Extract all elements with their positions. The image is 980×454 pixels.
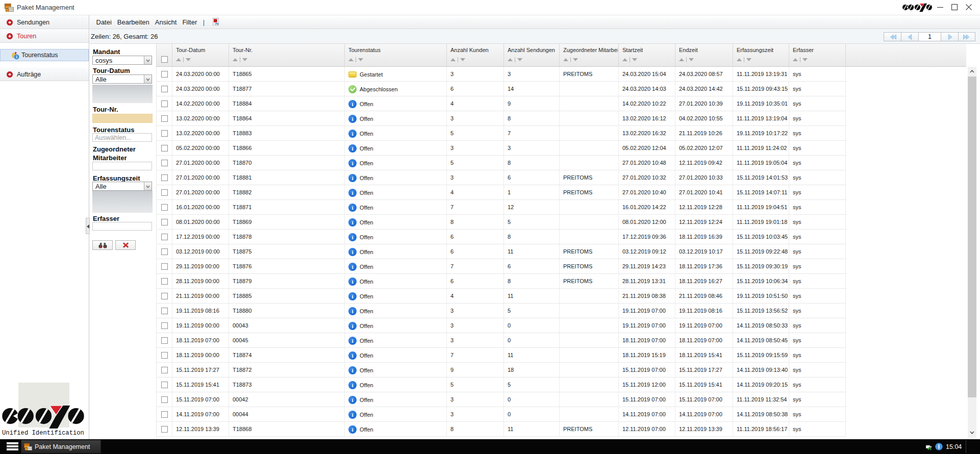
sort-control[interactable] — [793, 57, 808, 62]
erfasser-input[interactable] — [92, 222, 152, 231]
sort-asc-icon[interactable] — [508, 58, 513, 61]
row-checkbox[interactable] — [161, 293, 168, 299]
page-number-input[interactable]: 1 — [918, 32, 941, 41]
select-all-checkbox[interactable] — [161, 56, 168, 63]
table-row[interactable]: 28.11.2019 00:00 T18879 Offen 6 8 PREITO… — [157, 274, 846, 289]
tour-datum-select[interactable]: Alle — [92, 74, 152, 84]
sort-control[interactable] — [563, 57, 578, 62]
table-row[interactable]: 19.11.2019 08:16 T18880 Offen 3 5 19.11.… — [157, 304, 846, 318]
usb-remove-icon[interactable] — [925, 443, 933, 450]
sort-desc-icon[interactable] — [802, 58, 808, 61]
row-checkbox[interactable] — [161, 234, 168, 240]
minimize-button[interactable] — [936, 3, 944, 11]
row-checkbox[interactable] — [161, 352, 168, 359]
table-row[interactable]: 21.11.2019 00:00 T18885 Offen 4 11 21.11… — [157, 289, 846, 304]
sort-desc-icon[interactable] — [632, 58, 637, 61]
table-row[interactable]: 15.11.2019 07:00 00042 Offen 3 0 15.11.2… — [157, 392, 846, 407]
sort-desc-icon[interactable] — [573, 58, 578, 61]
table-row[interactable]: 27.01.2020 00:00 T18870 Offen 5 8 27.01.… — [157, 156, 846, 170]
next-page-button[interactable] — [941, 32, 958, 41]
row-checkbox[interactable] — [161, 322, 168, 329]
row-checkbox[interactable] — [161, 219, 168, 225]
row-checkbox[interactable] — [161, 248, 168, 255]
menu-bearbeiten[interactable]: Bearbeiten — [114, 18, 152, 26]
row-checkbox[interactable] — [161, 396, 168, 403]
sort-control[interactable] — [176, 57, 191, 62]
chevron-down-icon[interactable] — [144, 56, 152, 64]
sort-desc-icon[interactable] — [460, 58, 465, 61]
row-checkbox[interactable] — [161, 115, 168, 122]
exit-export-icon[interactable] — [212, 18, 220, 26]
column-header-4[interactable]: Anzahl Kunden — [447, 44, 504, 67]
sort-control[interactable] — [450, 57, 465, 62]
table-row[interactable]: 24.03.2020 00:00 T18865 Gestartet 3 3 PR… — [157, 67, 846, 82]
sort-asc-icon[interactable] — [679, 58, 684, 61]
chevron-down-icon[interactable] — [144, 75, 152, 83]
info-balloon-icon[interactable] — [935, 443, 943, 450]
row-checkbox[interactable] — [161, 71, 168, 78]
row-checkbox[interactable] — [161, 278, 168, 285]
row-checkbox[interactable] — [161, 174, 168, 181]
previous-page-button[interactable] — [901, 32, 918, 41]
sort-control[interactable] — [679, 57, 694, 62]
column-header-1[interactable]: Tour-Datum — [172, 44, 229, 67]
sort-asc-icon[interactable] — [793, 58, 798, 61]
sort-control[interactable] — [622, 57, 637, 62]
sort-desc-icon[interactable] — [242, 58, 247, 61]
row-checkbox[interactable] — [161, 337, 168, 344]
close-button[interactable] — [965, 3, 973, 11]
row-checkbox[interactable] — [161, 411, 168, 418]
column-header-10[interactable]: Erfasser — [789, 44, 846, 67]
table-row[interactable]: 12.11.2019 13:39 T18868 Offen 8 11 PREIT… — [157, 422, 846, 437]
column-header-8[interactable]: Endzeit — [675, 44, 733, 67]
table-row[interactable]: 14.02.2020 00:00 T18884 Offen 4 9 14.02.… — [157, 96, 846, 111]
sort-asc-icon[interactable] — [737, 58, 742, 61]
sort-control[interactable] — [737, 57, 751, 62]
row-checkbox[interactable] — [161, 130, 168, 137]
sort-asc-icon[interactable] — [450, 58, 456, 61]
panel-collapse-handle[interactable] — [86, 218, 90, 234]
sort-asc-icon[interactable] — [348, 58, 354, 61]
sort-asc-icon[interactable] — [622, 58, 627, 61]
row-checkbox[interactable] — [161, 367, 168, 373]
maximize-button[interactable] — [950, 3, 959, 11]
sort-control[interactable] — [348, 57, 363, 62]
row-checkbox[interactable] — [161, 189, 168, 196]
table-row[interactable]: 29.11.2019 00:00 T18876 Offen 7 6 PREITO… — [157, 259, 846, 274]
table-row[interactable]: 15.11.2019 15:41 T18873 Offen 5 5 15.11.… — [157, 377, 846, 392]
column-header-6[interactable]: Zugeordneter Mitarbeiter — [560, 44, 619, 67]
row-checkbox[interactable] — [161, 308, 168, 314]
column-header-5[interactable]: Anzahl Sendungen — [504, 44, 560, 67]
sidebar-item-tourenstatus[interactable]: Tourenstatus — [0, 49, 89, 61]
chevron-down-icon[interactable] — [144, 182, 152, 190]
row-checkbox[interactable] — [161, 100, 168, 107]
sidebar-item-sendungen[interactable]: Sendungen — [0, 15, 89, 29]
table-row[interactable]: 03.12.2019 00:00 T18875 Offen 6 11 PREIT… — [157, 244, 846, 259]
row-checkbox[interactable] — [161, 204, 168, 211]
table-row[interactable]: 18.11.2019 07:00 00045 Offen 3 0 18.11.2… — [157, 333, 846, 348]
scrollbar-thumb[interactable] — [968, 77, 976, 397]
table-row[interactable]: 17.12.2019 00:00 T18878 Offen 6 8 17.12.… — [157, 230, 846, 244]
sort-desc-icon[interactable] — [746, 58, 751, 61]
tour-nr-input[interactable] — [92, 114, 153, 123]
table-row[interactable]: 27.01.2020 00:00 T18882 Offen 4 1 PREITO… — [157, 185, 846, 200]
tourenstatus-input[interactable]: Auswählen... — [92, 133, 152, 142]
table-row[interactable]: 18.11.2019 00:00 T18874 Offen 7 11 18.11… — [157, 348, 846, 363]
row-checkbox[interactable] — [161, 263, 168, 270]
column-header-2[interactable]: Tour-Nr. — [229, 44, 345, 67]
sort-desc-icon[interactable] — [517, 58, 522, 61]
row-checkbox[interactable] — [161, 382, 168, 388]
table-row[interactable]: 14.11.2019 07:00 00044 Offen 3 0 14.11.2… — [157, 407, 846, 422]
menu-datei[interactable]: Datei — [93, 18, 114, 26]
sort-asc-icon[interactable] — [176, 58, 181, 61]
scroll-up-icon[interactable] — [968, 67, 976, 75]
vertical-scrollbar[interactable] — [968, 67, 976, 438]
sidebar-item-touren[interactable]: Touren — [0, 29, 89, 43]
search-button[interactable] — [92, 240, 113, 250]
last-page-button[interactable] — [958, 32, 975, 41]
table-row[interactable]: 15.11.2019 17:27 T18872 Offen 9 18 15.11… — [157, 363, 846, 377]
column-header-9[interactable]: Erfassungszeit — [733, 44, 789, 67]
sort-asc-icon[interactable] — [563, 58, 568, 61]
scroll-down-icon[interactable] — [968, 428, 976, 437]
row-checkbox[interactable] — [161, 426, 168, 433]
